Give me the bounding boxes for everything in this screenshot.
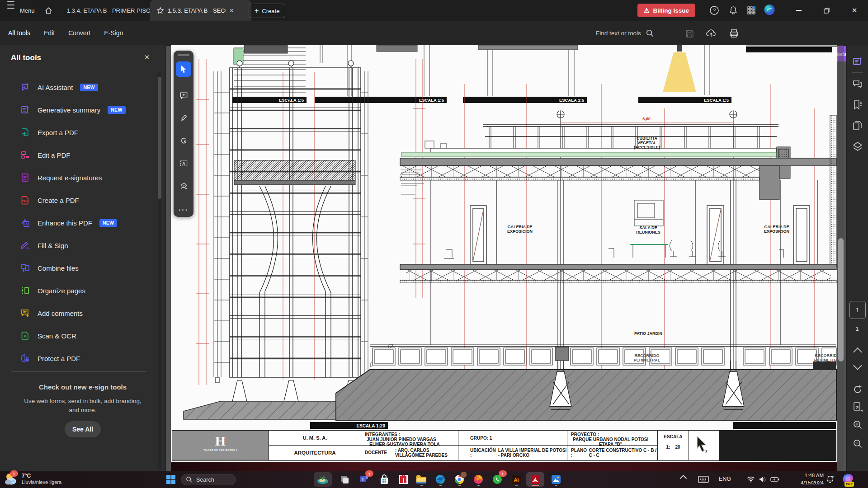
taskbar-whatsapp-button[interactable]: 1 [488,472,506,487]
sidebar-item-enhance-pdf[interactable]: A Enhance this PDF NEW [5,213,168,233]
avatar[interactable] [764,4,775,15]
menu-convert[interactable]: Convert [68,29,90,37]
menu-button[interactable]: Menu [20,0,35,21]
zoom-in-icon[interactable] [851,418,864,431]
next-page-icon[interactable] [853,361,862,370]
generative-summary-rail-icon[interactable] [851,55,864,68]
sidebar-item-edit-pdf[interactable]: Edit a PDF [5,145,168,165]
taskbar-illustrator-button[interactable]: Ai [507,472,525,487]
tab-close-icon[interactable]: ✕ [229,7,234,14]
taskbar-photos-button[interactable] [547,472,565,487]
hamburger-menu-icon[interactable] [7,0,14,21]
billing-issue-button[interactable]: ⚠ Billing Issue [637,4,695,17]
sidebar-item-request-esignatures[interactable]: Request e-signatures [5,168,168,188]
save-icon[interactable] [684,28,695,39]
title-block: H TALLER DE PROYECTOS 4 U. M. S. A. ARQU… [172,430,720,461]
export-page-icon[interactable] [851,400,864,413]
taskbar-desktops-button[interactable] [314,472,332,487]
minimize-button[interactable] [788,0,809,21]
svg-text:ESCALA 1:5: ESCALA 1:5 [704,98,729,103]
taskbar-chrome-button[interactable] [450,472,468,487]
layers-rail-icon[interactable] [851,140,864,153]
sidebar-item-label: AI Assistant [38,84,73,91]
sidebar-item-label: Edit a PDF [38,151,71,159]
svg-text:T: T [362,478,364,482]
create-button[interactable]: + Create [249,4,285,18]
sidebar-item-protect-pdf[interactable]: Protect a PDF [5,348,168,368]
tab-label: 1.3.4. ETAPA B - PRIMER PISO.pdf [67,7,160,14]
request-esignatures-icon [20,173,30,183]
sidebar-item-ai-assistant[interactable]: AI Assistant NEW [5,77,168,97]
upload-cloud-icon[interactable] [705,28,717,39]
apps-grid-icon[interactable] [746,5,757,16]
refresh-icon[interactable] [851,383,864,396]
print-icon[interactable] [728,28,740,39]
architectural-drawing: ESCALA 1:5 ESCALA 1:5 ESCALA 1:5 ESCALA … [171,45,837,462]
start-button[interactable] [162,472,180,487]
home-icon[interactable] [44,0,53,21]
sidebar-item-export-pdf[interactable]: Export a PDF [5,122,168,142]
taskbar-taskview-button[interactable] [335,472,354,487]
restore-button[interactable] [816,0,837,21]
menu-edit[interactable]: Edit [44,29,55,37]
sidebar-item-fill-sign[interactable]: Fill & Sign [5,235,168,255]
more-tools-button[interactable]: ··· [176,202,191,218]
taskbar-firefox-button[interactable] [469,472,487,487]
toolbar-drag-handle[interactable] [178,54,189,56]
weather-widget[interactable]: ✻ 1 7°C Lluvia/nieve ligera [4,472,61,486]
notification-bell-icon[interactable]: z [826,475,835,484]
taskbar-teams-button[interactable]: T 1 [355,472,373,487]
sign-tool-button[interactable] [176,178,191,193]
search-icon [646,29,654,38]
windows-logo-icon [165,474,176,485]
close-button[interactable]: ✕ [844,0,865,21]
taskbar-gift-app-button[interactable] [394,472,412,487]
notifications-bell-icon[interactable] [728,5,739,16]
pen-nib-icon [179,182,188,190]
tray-expand-chevron[interactable] [681,476,686,481]
page-thumbnails-rail-icon[interactable] [851,119,864,132]
svg-text:REUNIONES: REUNIONES [636,230,660,235]
sidebar-item-create-pdf[interactable]: PDF Create a PDF [5,190,168,210]
tab-seccion-active[interactable]: 1.5.3. ETAPA B - SECCIÓN... ✕ [150,0,251,21]
previous-page-icon[interactable] [853,347,862,357]
find-text-button[interactable]: Find text or tools [596,27,654,39]
svg-text:PERIMETRAL: PERIMETRAL [634,358,660,362]
panel-scrollbar[interactable] [158,72,161,470]
clock-time: 1:48 AM [790,472,824,479]
panel-close-icon[interactable]: ✕ [142,52,152,62]
menu-esign[interactable]: E-Sign [104,29,123,37]
weather-temp: 7°C [22,473,61,479]
taskbar-search[interactable]: Search [181,474,236,485]
touch-keyboard-icon[interactable] [698,475,709,484]
page-number-input[interactable]: 1 [849,301,866,319]
copilot-button[interactable]: PRE [842,473,855,486]
help-icon[interactable]: ? [709,5,720,16]
language-indicator[interactable]: ENG [719,476,731,482]
pdf-page[interactable]: ESCALA 1:5 ESCALA 1:5 ESCALA 1:5 ESCALA … [171,45,837,462]
sidebar-item-combine-files[interactable]: Combine files [5,258,168,278]
draw-tool-button[interactable] [176,133,191,148]
zoom-out-icon[interactable] [851,437,864,450]
see-all-button[interactable]: See All [65,421,101,437]
add-comment-tool-button[interactable] [176,88,191,103]
text-box-tool-button[interactable]: A [176,155,191,171]
sidebar-item-organize-pages[interactable]: Organize pages [5,281,168,300]
sidebar-item-label: Protect a PDF [38,355,80,362]
sidebar-item-add-comments[interactable]: Add comments [5,303,168,323]
document-scrollbar-thumb[interactable] [838,238,844,361]
taskbar-file-explorer-button[interactable] [412,472,430,487]
taskbar-acrobat-button-active[interactable] [526,472,544,487]
menu-all-tools[interactable]: All tools [8,29,30,37]
comments-rail-icon[interactable] [851,78,864,90]
taskbar-store-button[interactable] [375,472,393,487]
system-tray-group[interactable] [742,473,784,486]
sidebar-item-scan-ocr[interactable]: A Scan & OCR [5,326,168,346]
select-tool-button[interactable] [176,61,191,77]
taskbar-edge-button[interactable] [431,472,449,487]
sidebar-item-generative-summary[interactable]: Generative summary NEW [5,100,168,120]
clock[interactable]: 1:48 AM 4/15/2024 [790,472,824,486]
highlight-tool-button[interactable] [176,110,191,126]
bookmarks-rail-icon[interactable] [851,99,864,111]
tab-primer-piso[interactable]: 1.3.4. ETAPA B - PRIMER PISO.pdf [61,0,162,21]
